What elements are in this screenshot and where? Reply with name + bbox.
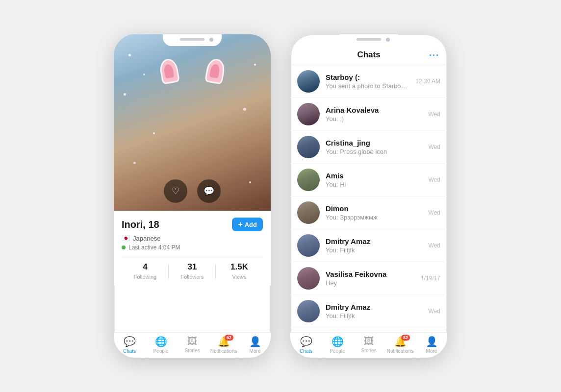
chat-preview-dimon: You: Зрзррзмжмж bbox=[326, 214, 423, 221]
snow-6 bbox=[153, 132, 155, 134]
right-chats-label: Chats bbox=[300, 348, 312, 354]
right-people-icon: 🌐 bbox=[332, 336, 344, 347]
chat-info-cristina: Cristina_jing You: Press globe icon bbox=[326, 139, 423, 155]
chat-preview-amis: You: Hi bbox=[326, 181, 423, 188]
nav-more-left[interactable]: 👤 More bbox=[239, 336, 271, 354]
chat-item-dimon[interactable]: Dimon You: Зрзррзмжмж Wed bbox=[290, 196, 447, 229]
chat-name-dmitry2: Dmitry Amaz bbox=[326, 303, 423, 311]
chats-more-button[interactable]: ··· bbox=[429, 50, 439, 61]
chat-name-dimon: Dimon bbox=[326, 204, 423, 213]
active-dot-icon bbox=[122, 245, 126, 249]
chat-time-vasilisa1: 1/19/17 bbox=[421, 275, 440, 282]
right-more-icon: 👤 bbox=[426, 336, 438, 347]
chat-info-dimon: Dimon You: Зрзррзмжмж bbox=[326, 204, 423, 221]
phone-speaker bbox=[180, 38, 204, 41]
like-button[interactable]: ♡ bbox=[164, 179, 187, 203]
chat-preview-arina: You: ;) bbox=[326, 115, 423, 122]
chat-info-amis: Amis You: Hi bbox=[326, 172, 423, 188]
right-phone: Chats ··· Starboy (: You sent a photo to… bbox=[290, 34, 447, 358]
snow-2 bbox=[143, 74, 145, 75]
chat-preview-starboy: You sent a photo to Starboy (: bbox=[326, 82, 409, 90]
snow-7 bbox=[133, 162, 136, 164]
nav-people-right[interactable]: 🌐 People bbox=[322, 336, 353, 354]
flag-icon: 🇯🇵 bbox=[122, 234, 130, 242]
right-chats-icon: 💬 bbox=[300, 336, 312, 347]
chat-item-cristina[interactable]: Cristina_jing You: Press globe icon Wed bbox=[290, 131, 447, 164]
nav-more-right[interactable]: 👤 More bbox=[416, 336, 447, 354]
nav-stories-right[interactable]: 🖼 Stories bbox=[353, 336, 384, 354]
chats-nav-label: Chats bbox=[123, 348, 136, 354]
chat-item-vasilisa1[interactable]: Vasilisa Feikovna Hey 1/19/17 bbox=[290, 262, 447, 295]
right-phone-camera bbox=[386, 38, 390, 42]
profile-nationality: 🇯🇵 Japanese bbox=[122, 234, 263, 242]
stat-followers: 31 Followers bbox=[169, 262, 216, 281]
views-count: 1.5K bbox=[216, 262, 263, 272]
avatar-dmitry2 bbox=[297, 300, 320, 322]
active-text: Last active 4:04 PM bbox=[128, 244, 180, 251]
right-more-label: More bbox=[426, 348, 437, 354]
chats-list: Starboy (: You sent a photo to Starboy (… bbox=[290, 65, 447, 332]
profile-info: Inori, 18 Add 🇯🇵 Japanese Last active 4:… bbox=[114, 211, 271, 286]
people-nav-label: People bbox=[153, 348, 168, 354]
chat-item-vasilisa2[interactable]: Vasilisa Feikovna Hey 1/19/17 bbox=[290, 328, 447, 332]
profile-active: Last active 4:04 PM bbox=[122, 244, 263, 251]
chats-header: Chats ··· bbox=[290, 46, 447, 65]
chat-info-vasilisa1: Vasilisa Feikovna Hey bbox=[326, 270, 415, 287]
chat-time-starboy: 12:30 AM bbox=[415, 78, 440, 85]
right-bottom-nav: 💬 Chats 🌐 People 🖼 Stories 🔔 82 Notifica… bbox=[290, 332, 447, 358]
message-button[interactable]: 💬 bbox=[197, 179, 221, 203]
chat-item-amis[interactable]: Amis You: Hi Wed bbox=[290, 164, 447, 196]
chat-preview-cristina: You: Press globe icon bbox=[326, 148, 423, 155]
chat-item-dmitry1[interactable]: Dmitry Amaz You: Fiifjfk Wed bbox=[290, 229, 447, 262]
chat-item-arina[interactable]: Arina Kovaleva You: ;) Wed bbox=[290, 98, 447, 131]
nav-notifications-right[interactable]: 🔔 82 Notifications bbox=[384, 336, 416, 354]
chat-time-dmitry1: Wed bbox=[429, 242, 440, 249]
chat-name-vasilisa1: Vasilisa Feikovna bbox=[326, 270, 415, 278]
chat-time-dimon: Wed bbox=[429, 209, 440, 216]
chat-preview-dmitry1: You: Fiifjfk bbox=[326, 246, 423, 254]
stat-views: 1.5K Views bbox=[216, 262, 263, 281]
chat-info-starboy: Starboy (: You sent a photo to Starboy (… bbox=[326, 73, 409, 90]
nav-chats-left[interactable]: 💬 Chats bbox=[114, 336, 145, 354]
chat-name-amis: Amis bbox=[326, 172, 423, 180]
chat-name-starboy: Starboy (: bbox=[326, 73, 409, 81]
snow-5 bbox=[243, 108, 246, 111]
right-notifications-badge: 82 bbox=[401, 335, 410, 341]
chat-name-cristina: Cristina_jing bbox=[326, 139, 423, 147]
left-ear-inner bbox=[163, 64, 175, 79]
right-ear-inner bbox=[209, 63, 221, 78]
phone-camera bbox=[209, 38, 213, 42]
right-stories-icon: 🖼 bbox=[364, 336, 374, 347]
chat-time-arina: Wed bbox=[429, 111, 440, 118]
right-people-label: People bbox=[330, 348, 345, 354]
right-phone-speaker bbox=[357, 38, 381, 41]
views-label: Views bbox=[232, 274, 246, 280]
right-notifications-label: Notifications bbox=[387, 348, 413, 354]
avatar-amis bbox=[297, 169, 320, 191]
nav-chats-right[interactable]: 💬 Chats bbox=[290, 336, 322, 354]
people-nav-icon: 🌐 bbox=[155, 336, 167, 347]
left-phone: ♡ 💬 Inori, 18 Add 🇯🇵 Japanese bbox=[114, 34, 271, 358]
nav-people-left[interactable]: 🌐 People bbox=[145, 336, 177, 354]
phones-container: ♡ 💬 Inori, 18 Add 🇯🇵 Japanese bbox=[114, 34, 447, 358]
notifications-nav-label: Notifications bbox=[210, 348, 237, 354]
add-friend-button[interactable]: Add bbox=[232, 218, 263, 231]
more-nav-label: More bbox=[250, 348, 261, 354]
add-friend-label: Add bbox=[245, 221, 257, 228]
left-ear bbox=[158, 57, 180, 84]
right-ear bbox=[204, 57, 226, 84]
nav-notifications-left[interactable]: 🔔 62 Notifications bbox=[208, 336, 239, 354]
followers-label: Followers bbox=[180, 274, 204, 280]
avatar-arina bbox=[297, 103, 320, 125]
profile-name-row: Inori, 18 Add bbox=[122, 218, 263, 231]
nav-stories-left[interactable]: 🖼 Stories bbox=[177, 336, 208, 354]
chat-name-arina: Arina Kovaleva bbox=[326, 106, 423, 114]
chat-info-dmitry2: Dmitry Amaz You: Fiifjfk bbox=[326, 303, 423, 319]
snow-4 bbox=[254, 64, 256, 66]
avatar-vasilisa1 bbox=[297, 267, 320, 290]
chat-item-dmitry2[interactable]: Dmitry Amaz You: Fiifjfk Wed bbox=[290, 295, 447, 328]
snow-1 bbox=[128, 54, 131, 56]
profile-name: Inori, 18 bbox=[122, 219, 159, 230]
profile-photo: ♡ 💬 bbox=[114, 34, 271, 211]
chat-item-starboy[interactable]: Starboy (: You sent a photo to Starboy (… bbox=[290, 65, 447, 98]
